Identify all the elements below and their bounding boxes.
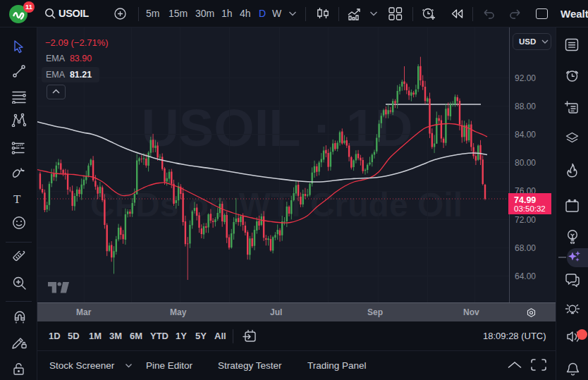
svg-text:USOIL · 1D: USOIL · 1D: [141, 99, 412, 157]
